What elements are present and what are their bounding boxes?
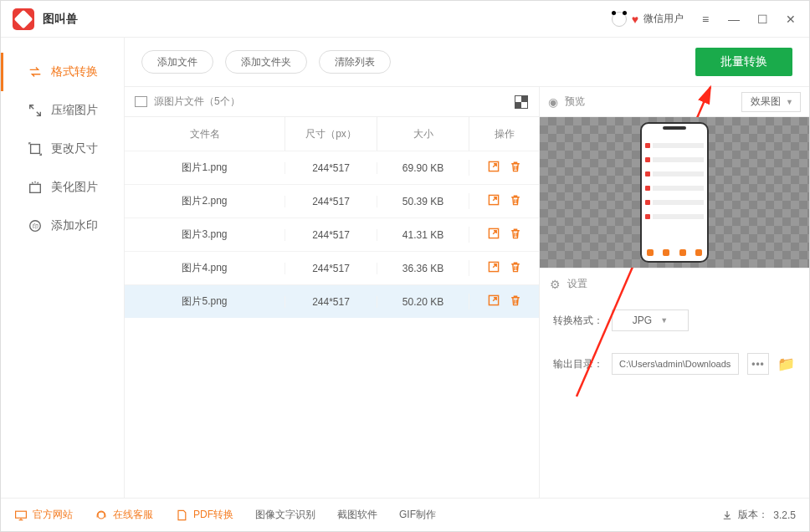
col-dim: 尺寸（px） — [285, 117, 377, 151]
footer-website[interactable]: 官方网站 — [14, 508, 73, 522]
cell-dim: 244*517 — [285, 162, 377, 174]
clear-list-button[interactable]: 清除列表 — [319, 50, 391, 74]
table-row[interactable]: 图片5.png244*51750.20 KB — [125, 284, 539, 318]
beautify-icon — [28, 180, 43, 195]
open-icon[interactable] — [487, 227, 500, 243]
delete-icon[interactable] — [509, 160, 522, 176]
delete-icon[interactable] — [509, 227, 522, 243]
add-folder-button[interactable]: 添加文件夹 — [225, 50, 307, 74]
window-controls: ≡ — ☐ ✕ — [699, 13, 797, 26]
app-logo — [13, 8, 34, 30]
grid-view-icon[interactable] — [515, 96, 527, 108]
outdir-label: 输出目录： — [553, 357, 603, 371]
format-label: 转换格式： — [553, 314, 603, 328]
chevron-down-icon: ▼ — [786, 98, 793, 106]
sidebar-item-label: 格式转换 — [51, 64, 98, 79]
sidebar-item-label: 更改尺寸 — [51, 141, 98, 156]
user-account[interactable]: ♥ 微信用户 — [612, 12, 684, 27]
sidebar-item-compress[interactable]: 压缩图片 — [1, 91, 124, 130]
resize-icon — [28, 141, 43, 156]
cell-size: 50.39 KB — [377, 196, 469, 207]
sidebar: 格式转换 压缩图片 更改尺寸 美化图片 印 添加水印 — [1, 38, 125, 498]
open-icon[interactable] — [487, 160, 500, 176]
avatar-icon — [612, 12, 627, 27]
open-icon[interactable] — [487, 294, 500, 309]
col-ops: 操作 — [469, 117, 539, 151]
sidebar-item-resize[interactable]: 更改尺寸 — [1, 130, 124, 168]
effect-value: 效果图 — [751, 95, 781, 109]
table-row[interactable]: 图片2.png244*51750.39 KB — [125, 184, 539, 217]
cell-size: 41.31 KB — [377, 229, 469, 241]
format-dropdown[interactable]: JPG ▼ — [612, 309, 689, 331]
main-panel: 添加文件 添加文件夹 清除列表 批量转换 源图片文件（5个） 文件名 — [125, 38, 809, 498]
table-row[interactable]: 图片1.png244*51769.90 KB — [125, 151, 539, 184]
phone-mockup — [640, 122, 709, 263]
table-row[interactable]: 图片4.png244*51736.36 KB — [125, 251, 539, 284]
footer-screenshot[interactable]: 截图软件 — [337, 508, 377, 522]
add-file-button[interactable]: 添加文件 — [141, 50, 213, 74]
open-icon[interactable] — [487, 260, 500, 276]
close-button[interactable]: ✕ — [784, 13, 797, 26]
sidebar-item-format-convert[interactable]: 格式转换 — [1, 53, 124, 91]
effect-dropdown[interactable]: 效果图 ▼ — [741, 92, 801, 112]
svg-text:印: 印 — [33, 223, 38, 230]
sidebar-item-label: 添加水印 — [51, 218, 98, 233]
col-name: 文件名 — [125, 127, 285, 141]
delete-icon[interactable] — [509, 260, 522, 276]
footer: 官方网站 在线客服 PDF转换 图像文字识别 截图软件 GIF制作 版本：3.2… — [1, 498, 809, 531]
cell-name: 图片2.png — [125, 194, 285, 208]
watermark-icon: 印 — [28, 218, 43, 233]
menu-button[interactable]: ≡ — [699, 13, 712, 26]
maximize-button[interactable]: ☐ — [756, 13, 769, 26]
cell-name: 图片1.png — [125, 161, 285, 175]
format-value: JPG — [633, 315, 652, 326]
delete-icon[interactable] — [509, 294, 522, 309]
delete-icon[interactable] — [509, 193, 522, 209]
footer-pdf[interactable]: PDF转换 — [175, 508, 233, 522]
minimize-button[interactable]: — — [727, 13, 741, 26]
cell-dim: 244*517 — [285, 196, 377, 207]
svg-rect-1 — [30, 184, 41, 192]
settings-title: 设置 — [567, 277, 587, 291]
batch-convert-button[interactable]: 批量转换 — [695, 48, 792, 76]
file-list-panel: 源图片文件（5个） 文件名 尺寸（px） 大小 操作 图片1.png244*51… — [125, 87, 540, 498]
format-setting-row: 转换格式： JPG ▼ — [553, 309, 796, 331]
footer-ocr[interactable]: 图像文字识别 — [255, 508, 315, 522]
wechat-icon: ♥ — [632, 13, 638, 26]
open-icon[interactable] — [487, 193, 500, 209]
cell-size: 50.20 KB — [377, 296, 469, 308]
cell-dim: 244*517 — [285, 229, 377, 241]
sidebar-item-beautify[interactable]: 美化图片 — [1, 168, 124, 207]
svg-rect-0 — [31, 145, 40, 154]
footer-gif[interactable]: GIF制作 — [399, 508, 436, 522]
footer-support[interactable]: 在线客服 — [95, 508, 153, 522]
file-list-header: 源图片文件（5个） — [125, 87, 539, 117]
table-header: 文件名 尺寸（px） 大小 操作 — [125, 117, 539, 151]
cell-name: 图片3.png — [125, 228, 285, 242]
chevron-down-icon: ▼ — [660, 316, 668, 325]
preview-title: 预览 — [565, 95, 585, 109]
col-size: 大小 — [377, 117, 469, 151]
outdir-browse-button[interactable]: ••• — [747, 353, 769, 375]
convert-icon — [28, 64, 43, 79]
cell-size: 36.36 KB — [377, 263, 469, 274]
table-row[interactable]: 图片3.png244*51741.31 KB — [125, 217, 539, 251]
cell-name: 图片5.png — [125, 294, 285, 309]
settings-body: 转换格式： JPG ▼ 输出目录： C:\Users\admin\Downloa… — [540, 299, 809, 385]
sidebar-item-watermark[interactable]: 印 添加水印 — [1, 207, 124, 245]
titlebar: 图叫兽 ♥ 微信用户 ≡ — ☐ ✕ — [1, 1, 809, 38]
table-body: 图片1.png244*51769.90 KB图片2.png244*51750.3… — [125, 151, 539, 318]
preview-icon — [548, 95, 558, 109]
open-folder-button[interactable]: 📁 — [777, 355, 796, 373]
toolbar: 添加文件 添加文件夹 清除列表 批量转换 — [125, 38, 809, 86]
outdir-input[interactable]: C:\Users\admin\Downloads — [612, 353, 739, 375]
settings-header: 设置 — [540, 268, 809, 299]
cell-size: 69.90 KB — [377, 162, 469, 174]
sidebar-item-label: 压缩图片 — [51, 103, 98, 118]
app-title: 图叫兽 — [43, 12, 612, 27]
svg-point-11 — [98, 512, 105, 519]
svg-rect-10 — [16, 511, 27, 518]
cell-dim: 244*517 — [285, 263, 377, 274]
compress-icon — [28, 103, 43, 118]
cell-name: 图片4.png — [125, 261, 285, 275]
